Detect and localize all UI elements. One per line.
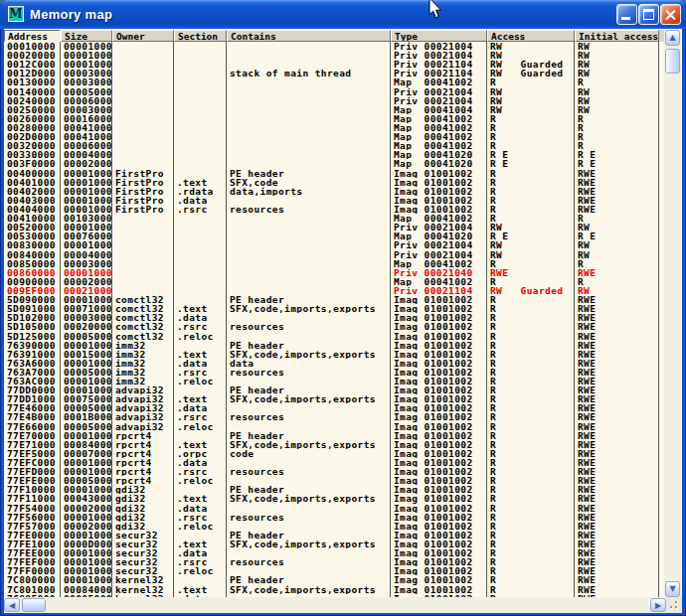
table-row[interactable]: 0001000000001000Priv 00021004RWRW (4, 42, 663, 51)
table-row[interactable]: 0053000000076000Map 00041020R ER E (4, 231, 663, 240)
table-row[interactable]: 0028000000041000Map 00041002RR (4, 123, 663, 132)
cell-owner (112, 77, 174, 86)
table-row[interactable]: 7639000000001000imm32PE headerImag 01001… (4, 341, 663, 350)
column-header-section[interactable]: Section (174, 30, 227, 42)
cell-size: 00001000 (61, 205, 112, 214)
table-row[interactable]: 77E7000000001000rpcrt4PE headerImag 0100… (4, 431, 663, 440)
minimize-button[interactable] (616, 4, 637, 25)
column-header-type[interactable]: Type (391, 30, 487, 42)
table-row[interactable]: 77FEE00000001000secur32.dataImag 0100100… (4, 548, 663, 557)
table-row[interactable]: 0002000000001000Priv 00021004RWRW (4, 51, 663, 60)
column-header-access[interactable]: Access (487, 30, 575, 42)
table-row[interactable]: 0085000000003000Map 00041002RR (4, 259, 663, 268)
table-row[interactable]: 0012D00000003000stack of main threadPriv… (4, 69, 663, 77)
column-header-contains[interactable]: Contains (227, 30, 391, 42)
table-row[interactable]: 5D09000000001000comctl32PE headerImag 01… (4, 295, 663, 304)
table-row[interactable]: 7C80100000084000kernel32.textSFX,code,im… (4, 585, 663, 594)
table-row[interactable]: 0013000000003000Map 00041002RR (4, 77, 663, 86)
table-row[interactable]: 77E4600000005000advapi32.dataImag 010010… (4, 403, 663, 412)
table-row[interactable]: 77FF000000001000secur32.relocImag 010010… (4, 566, 663, 575)
table-row[interactable]: 5D12500000005000comctl32.relocImag 01001… (4, 332, 663, 341)
table-row[interactable]: 0040000000001000FirstProPE headerImag 01… (4, 169, 663, 178)
column-header-address[interactable]: Address (4, 30, 61, 42)
table-row[interactable]: 0083000000001000Priv 00021004RWRW (4, 240, 663, 249)
vertical-scroll-thumb[interactable] (665, 49, 680, 74)
app-icon[interactable]: M (8, 6, 24, 22)
table-row[interactable]: 0024000000006000Priv 00021004RWRW (4, 96, 663, 105)
cell-section: .data (174, 196, 227, 205)
cell-type: Imag 01001002 (391, 422, 487, 431)
table-row[interactable]: 77F1000000001000gdi32PE headerImag 01001… (4, 485, 663, 494)
cell-access: R (487, 141, 575, 150)
table-row[interactable]: 77FE000000001000secur32PE headerImag 010… (4, 531, 663, 539)
cell-type: Imag 01001002 (391, 368, 487, 377)
table-row[interactable]: 002D000000041000Map 00041002RR (4, 132, 663, 141)
table-row[interactable]: 5D10500000020000comctl32.rsrcresourcesIm… (4, 322, 663, 331)
column-header-owner[interactable]: Owner (112, 30, 174, 42)
table-row[interactable]: 763A700000005000imm32.rsrcresourcesImag … (4, 368, 663, 377)
table-row[interactable]: 77EFD00000001000rpcrt4.rsrcresourcesImag… (4, 467, 663, 476)
table-row[interactable]: 0084000000004000Priv 00021004RWRW (4, 250, 663, 259)
scroll-right-button[interactable]: ▶ (650, 598, 666, 612)
table-row[interactable]: 77F1100000043000gdi32.textSFX,code,impor… (4, 494, 663, 503)
table-row[interactable]: 0040100000001000FirstPro.textSFX,codeIma… (4, 178, 663, 187)
table-row[interactable]: 77EFC00000001000rpcrt4.dataImag 01001002… (4, 458, 663, 467)
table-row[interactable]: 0040200000001000FirstPro.rdatadata,impor… (4, 187, 663, 196)
cell-contains: SFX,code,imports,exports (227, 585, 391, 594)
cell-owner: secur32 (112, 539, 174, 548)
table-row[interactable]: 0040400000001000FirstPro.rsrcresourcesIm… (4, 205, 663, 214)
close-button[interactable] (660, 4, 681, 25)
table-row[interactable]: 77FEF00000001000secur32.rsrcresourcesIma… (4, 557, 663, 566)
table-row[interactable]: 0041000000103000Map 00041002RR (4, 214, 663, 223)
table-row[interactable]: 77F5400000002000gdi32.dataImag 01001002R… (4, 504, 663, 513)
title-bar[interactable]: M Memory map (0, 0, 686, 29)
cell-size: 00001000 (61, 431, 112, 440)
table-row[interactable]: 77EF500000007000rpcrt4.orpccodeImag 0100… (4, 449, 663, 458)
column-header-size[interactable]: Size (61, 30, 112, 42)
table-row[interactable]: 003F000000002000Map 00041020R ER E (4, 159, 663, 168)
table-row[interactable]: 77F5700000002000gdi32.relocImag 01001002… (4, 522, 663, 531)
scroll-left-button[interactable]: ◀ (4, 598, 20, 612)
table-row[interactable]: 5D10200000003000comctl32.dataImag 010010… (4, 313, 663, 322)
vertical-scrollbar[interactable]: ▲ ▼ (664, 30, 681, 597)
table-row[interactable]: 0012C00000001000Priv 00021104RW GuardedR… (4, 60, 663, 69)
table-row[interactable]: 0033000000004000Map 00041020R ER E (4, 150, 663, 159)
scroll-down-button[interactable]: ▼ (665, 581, 680, 597)
table-row[interactable]: 77FE10000000D000secur32.textSFX,code,imp… (4, 539, 663, 548)
cell-access: RW (487, 42, 575, 51)
table-row[interactable]: 7C80000000001000kernel32PE headerImag 01… (4, 575, 663, 584)
table-row[interactable]: 0025000000003000Map 00041004RWRW (4, 105, 663, 114)
table-row[interactable]: 77E4B0000001B000advapi32.rsrcresourcesIm… (4, 412, 663, 421)
cell-contains: stack of main thread (227, 69, 391, 77)
table-row[interactable]: 0090000000002000Map 00041002RR (4, 277, 663, 286)
resize-grip[interactable] (666, 597, 682, 613)
table-row[interactable]: 77EFE00000005000rpcrt4.relocImag 0100100… (4, 476, 663, 485)
cell-type: Map 00041002 (391, 141, 487, 150)
scroll-up-button[interactable]: ▲ (665, 30, 680, 46)
table-row[interactable]: 0032000000006000Map 00041002RR (4, 141, 663, 150)
table-row[interactable]: 77E6600000005000advapi32.relocImag 01001… (4, 422, 663, 431)
table-row[interactable]: 0014000000005000Priv 00021004RWRW (4, 87, 663, 96)
cell-address: 77EFC000 (4, 458, 61, 467)
table-row[interactable]: 77DD100000075000advapi32.textSFX,code,im… (4, 394, 663, 403)
table-row[interactable]: 77E7100000084000rpcrt4.textSFX,code,impo… (4, 440, 663, 449)
table-row[interactable]: 763A600000001000imm32.datadataImag 01001… (4, 359, 663, 368)
cell-address: 00401000 (4, 178, 61, 187)
cell-size: 00001000 (61, 341, 112, 350)
horizontal-scrollbar[interactable]: ◀ ▶ (4, 597, 666, 613)
maximize-button[interactable] (638, 4, 659, 25)
table-row[interactable]: 0052000000001000Priv 00021004RWRW (4, 223, 663, 231)
cell-contains: resources (227, 368, 391, 377)
column-header-initial_access[interactable]: Initial access (575, 30, 659, 42)
table-row[interactable]: 77DD000000001000advapi32PE headerImag 01… (4, 385, 663, 394)
table-row[interactable]: 0040300000001000FirstPro.dataImag 010010… (4, 196, 663, 205)
table-row[interactable]: 009EF00000021000Priv 00021104RW GuardedR… (4, 286, 663, 295)
table-row[interactable]: 77F5600000001000gdi32.rsrcresourcesImag … (4, 513, 663, 522)
table-row[interactable]: 7639100000015000imm32.textSFX,code,impor… (4, 350, 663, 359)
horizontal-scroll-thumb[interactable] (22, 598, 46, 612)
table-row[interactable]: 5D09100000071000comctl32.textSFX,code,im… (4, 304, 663, 313)
table-row[interactable]: 0086000000001000Priv 00021040RWERWE (4, 268, 663, 277)
cell-owner: comctl32 (112, 295, 174, 304)
table-row[interactable]: 0026000000016000Map 00041002RR (4, 114, 663, 123)
table-row[interactable]: 763AC00000001000imm32.relocImag 01001002… (4, 377, 663, 385)
